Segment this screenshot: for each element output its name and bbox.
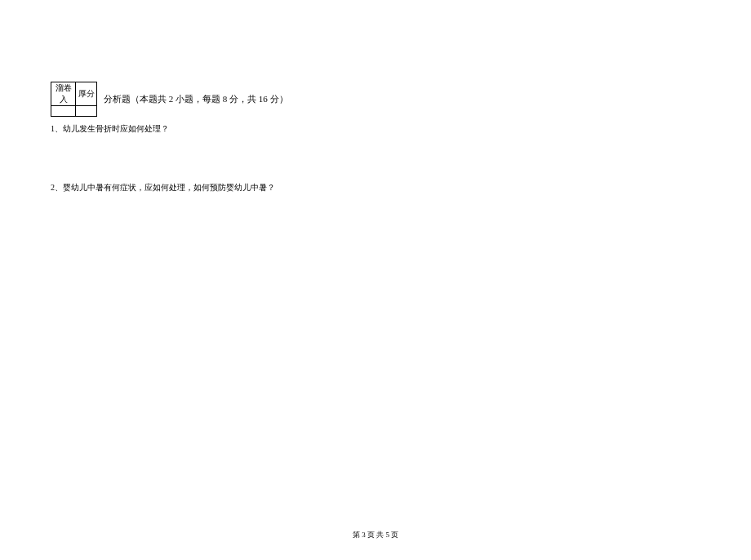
- question-2: 2、婴幼儿中暑有何症状，应如何处理，如何预防婴幼儿中暑？: [51, 182, 700, 193]
- score-table: 溜卷入 厚分: [51, 82, 97, 117]
- section-title: 分析题（本题共 2 小题，每题 8 分，共 16 分）: [104, 93, 288, 105]
- score-table-header-1: 溜卷入: [51, 82, 76, 106]
- score-table-cell-1: [51, 106, 76, 117]
- page-footer: 第 3 页 共 5 页: [0, 530, 751, 540]
- score-table-header-2: 厚分: [76, 82, 97, 106]
- score-table-cell-2: [76, 106, 97, 117]
- section-header: 溜卷入 厚分 分析题（本题共 2 小题，每题 8 分，共 16 分）: [51, 82, 700, 117]
- question-1: 1、幼儿发生骨折时应如何处理？: [51, 123, 700, 135]
